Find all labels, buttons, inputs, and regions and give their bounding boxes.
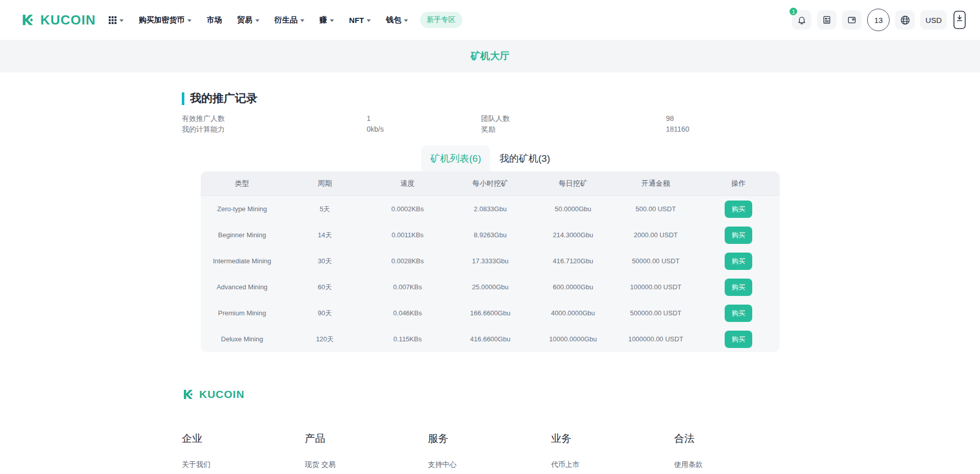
cell-action: 购买 xyxy=(697,279,780,296)
stat-label: 有效推广人数 xyxy=(182,113,367,123)
buy-button[interactable]: 购买 xyxy=(725,227,752,244)
cell-amount: 500000.00 USDT xyxy=(614,309,697,317)
cell-daily-mining: 4000.0000Gbu xyxy=(532,309,614,317)
nav-item[interactable]: 衍生品 xyxy=(275,15,304,25)
buy-button[interactable]: 购买 xyxy=(725,279,752,296)
wallet-button[interactable] xyxy=(842,10,862,30)
cell-type: Zero-type Mining xyxy=(201,205,283,213)
logo-text: KUCOIN xyxy=(40,12,96,28)
wallet-icon xyxy=(847,15,857,25)
cell-type: Premium Mining xyxy=(201,309,283,317)
page-title: 矿机大厅 xyxy=(471,49,510,63)
buy-button[interactable]: 购买 xyxy=(725,305,752,322)
cell-period: 120天 xyxy=(283,335,366,344)
promotion-stats: 有效推广人数 1 团队人数 98 我的计算能力 0kb/s 奖励 181160 xyxy=(182,113,780,134)
cell-hourly-mining: 25.0000Gbu xyxy=(449,283,532,291)
table-header-cell: 每日挖矿 xyxy=(532,179,614,188)
language-button[interactable] xyxy=(895,10,915,30)
promotion-stat: 有效推广人数 1 xyxy=(182,113,481,123)
footer-logo[interactable]: KUCOIN xyxy=(182,388,780,401)
nav-item-label: 衍生品 xyxy=(275,15,298,25)
footer-link[interactable]: 支持中心 xyxy=(428,460,551,469)
table-header-cell: 操作 xyxy=(697,179,780,188)
currency-label: USD xyxy=(925,16,942,24)
promotion-stat: 我的计算能力 0kb/s xyxy=(182,124,481,134)
cell-amount: 100000.00 USDT xyxy=(614,283,697,291)
miner-tab[interactable]: 我的矿机(3) xyxy=(490,145,559,171)
cell-daily-mining: 416.7120Gbu xyxy=(532,257,614,265)
table-row: Premium Mining 90天 0.046KBs 166.6600Gbu … xyxy=(201,300,780,326)
cell-type: Intermediate Mining xyxy=(201,257,283,265)
news-button[interactable] xyxy=(817,10,836,30)
cell-speed: 0.115KBs xyxy=(366,335,449,343)
stat-label: 我的计算能力 xyxy=(182,124,367,134)
miner-tab[interactable]: 矿机列表(6) xyxy=(421,145,490,171)
level-value: 13 xyxy=(874,16,883,24)
kucoin-logo-icon xyxy=(182,388,195,401)
kucoin-logo[interactable]: KUCOIN xyxy=(20,12,96,28)
apps-grid-button[interactable] xyxy=(108,16,124,24)
cell-speed: 0.0011KBs xyxy=(366,231,449,239)
footer-link[interactable]: 使用条款 xyxy=(674,460,797,469)
cell-amount: 1000000.00 USDT xyxy=(614,335,697,343)
nav-item-label: NFT xyxy=(349,16,364,24)
cell-daily-mining: 214.3000Gbu xyxy=(532,231,614,239)
bell-icon xyxy=(797,15,807,25)
cell-action: 购买 xyxy=(697,253,780,270)
stat-value: 1 xyxy=(367,113,371,123)
stat-value: 0kb/s xyxy=(367,124,384,134)
chevron-down-icon xyxy=(367,19,371,22)
stat-label: 团队人数 xyxy=(481,113,666,123)
cell-hourly-mining: 416.6600Gbu xyxy=(449,335,532,343)
cell-speed: 0.046KBs xyxy=(366,309,449,317)
nav-item[interactable]: 钱包 xyxy=(386,15,408,25)
footer-link[interactable]: 现货 交易 xyxy=(305,460,428,469)
main-nav: 购买加密货币 市场 贸易 衍生品 赚 N xyxy=(139,15,408,25)
cell-hourly-mining: 2.0833Gbu xyxy=(449,205,532,213)
stat-label: 奖励 xyxy=(481,124,666,134)
cell-period: 5天 xyxy=(283,205,366,214)
table-row: Zero-type Mining 5天 0.0002KBs 2.0833Gbu … xyxy=(201,196,780,222)
download-app-button[interactable] xyxy=(952,9,967,31)
buy-button[interactable]: 购买 xyxy=(725,253,752,270)
footer-column: 合法 使用条款 xyxy=(674,432,797,469)
cell-amount: 50000.00 USDT xyxy=(614,257,697,265)
chevron-down-icon xyxy=(119,19,124,22)
cell-period: 14天 xyxy=(283,231,366,240)
newbie-zone-badge[interactable]: 新手专区 xyxy=(420,12,462,28)
nav-item[interactable]: NFT xyxy=(349,16,371,24)
footer-link[interactable]: 关于我们 xyxy=(182,460,305,469)
footer-column: 服务 支持中心 xyxy=(428,432,551,469)
cell-hourly-mining: 166.6600Gbu xyxy=(449,309,532,317)
level-indicator[interactable]: 13 xyxy=(867,9,890,31)
buy-button[interactable]: 购买 xyxy=(725,201,752,218)
footer-link[interactable]: 代币上市 xyxy=(551,460,674,469)
cell-period: 90天 xyxy=(283,309,366,318)
footer-column-title: 服务 xyxy=(428,432,551,445)
nav-item-label: 赚 xyxy=(320,15,327,25)
buy-button[interactable]: 购买 xyxy=(725,331,752,348)
tab-label: 我的矿机(3) xyxy=(499,153,550,164)
news-icon xyxy=(822,15,832,25)
notifications-button[interactable]: 1 xyxy=(792,10,811,30)
cell-type: Advanced Mining xyxy=(201,283,283,291)
nav-item[interactable]: 购买加密货币 xyxy=(139,15,192,25)
footer-columns: 企业 关于我们 产品 现货 交易 服务 支持中心 业务 代币上市 合法 使用条款 xyxy=(182,432,780,469)
footer-column-title: 业务 xyxy=(551,432,674,445)
promotion-record-header: 我的推广记录 xyxy=(182,91,780,106)
cell-action: 购买 xyxy=(697,305,780,322)
cell-speed: 0.007KBs xyxy=(366,283,449,291)
tab-label: 矿机列表(6) xyxy=(431,153,481,164)
stat-value: 98 xyxy=(666,113,674,123)
nav-item[interactable]: 赚 xyxy=(320,15,334,25)
currency-selector[interactable]: USD xyxy=(920,10,947,30)
miner-list-table: 类型 周期 速度 每小时挖矿 每日挖矿 开通金额 操作 Zero-type Mi… xyxy=(201,171,780,352)
miner-tabs: 矿机列表(6) 我的矿机(3) xyxy=(201,145,780,171)
cell-action: 购买 xyxy=(697,201,780,218)
promotion-stat: 奖励 181160 xyxy=(481,124,780,134)
nav-item[interactable]: 贸易 xyxy=(237,15,259,25)
chevron-down-icon xyxy=(255,19,259,22)
nav-item[interactable]: 市场 xyxy=(207,15,222,25)
stat-value: 181160 xyxy=(666,124,689,134)
download-icon xyxy=(952,9,967,31)
